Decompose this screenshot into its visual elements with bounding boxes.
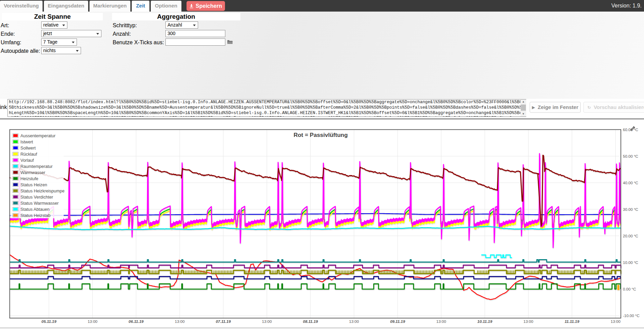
svg-text:06.11.19: 06.11.19 [129, 319, 144, 324]
svg-text:10.11.19: 10.11.19 [477, 319, 493, 324]
svg-text:09.11.19: 09.11.19 [390, 319, 405, 324]
svg-text:13:00: 13:00 [175, 319, 185, 324]
svg-text:Status Warmwasser: Status Warmwasser [20, 201, 59, 206]
svg-text:40.00 °C: 40.00 °C [623, 181, 638, 185]
svg-text:50.00 °C: 50.00 °C [623, 154, 638, 158]
svg-text:Status Heizkreispumpe: Status Heizkreispumpe [20, 189, 65, 193]
svg-text:Warmwasser: Warmwasser [20, 170, 45, 175]
svg-text:0.00 °C: 0.00 °C [623, 287, 636, 291]
svg-text:13:00: 13:00 [611, 319, 621, 324]
svg-text:Aussentemperatur: Aussentemperatur [20, 134, 55, 138]
svg-text:Heizstufe: Heizstufe [20, 176, 38, 181]
svg-text:07.11.19: 07.11.19 [216, 319, 231, 324]
svg-text:11.11.19: 11.11.19 [565, 319, 580, 324]
svg-text:13:00: 13:00 [524, 319, 533, 324]
svg-text:05.11.19: 05.11.19 [42, 319, 57, 324]
svg-text:Vorlauf: Vorlauf [20, 158, 34, 163]
svg-text:Rücklauf: Rücklauf [20, 152, 37, 157]
svg-text:Status Heizen: Status Heizen [20, 183, 47, 187]
svg-text:13:00: 13:00 [262, 319, 272, 324]
svg-text:13:00: 13:00 [436, 319, 446, 324]
svg-text:Rot = Passivlüftung: Rot = Passivlüftung [293, 132, 348, 138]
svg-text:Status Abtauen: Status Abtauen [20, 207, 49, 212]
svg-text:20.00 °C: 20.00 °C [623, 234, 638, 238]
svg-text:08.11.19: 08.11.19 [303, 319, 318, 324]
svg-text:30.00 °C: 30.00 °C [623, 207, 638, 212]
svg-text:-10.00 °C: -10.00 °C [623, 314, 640, 318]
svg-text:Status Heizstab: Status Heizstab [20, 213, 50, 218]
svg-text:Istwert: Istwert [20, 140, 33, 144]
svg-text:Status Verdichter: Status Verdichter [20, 195, 53, 200]
svg-text:Sollwert: Sollwert [20, 146, 36, 151]
svg-text:Raumtemperatur: Raumtemperatur [20, 164, 53, 169]
svg-text:13:00: 13:00 [349, 319, 359, 324]
svg-text:13:00: 13:00 [87, 319, 97, 324]
svg-text:60.00 °C: 60.00 °C [623, 128, 638, 132]
svg-text:10.00 °C: 10.00 °C [623, 261, 638, 265]
